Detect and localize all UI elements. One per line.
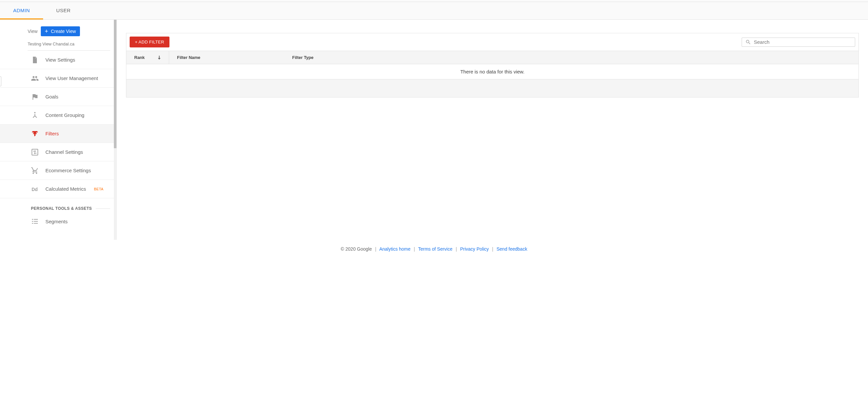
content-area: + ADD FILTER Rank Filter Name Filter Typ… bbox=[117, 20, 868, 240]
footer-sep: | bbox=[413, 246, 415, 252]
sidebar-item-channel-settings[interactable]: Channel Settings bbox=[0, 143, 114, 161]
view-header: View + Create View bbox=[0, 26, 114, 39]
section-divider bbox=[96, 208, 110, 209]
menu-label: View User Management bbox=[45, 76, 98, 81]
swap-icon bbox=[31, 148, 39, 156]
sidebar-item-calculated-metrics[interactable]: Dd Calculated Metrics BETA bbox=[0, 180, 114, 198]
page-footer: © 2020 Google | Analytics home | Terms o… bbox=[0, 240, 868, 258]
funnel-icon bbox=[31, 130, 39, 138]
filters-panel: + ADD FILTER Rank Filter Name Filter Typ… bbox=[126, 33, 859, 97]
cart-icon bbox=[31, 167, 39, 175]
tab-admin[interactable]: ADMIN bbox=[0, 2, 43, 20]
view-label: View bbox=[28, 29, 37, 34]
scrollbar-thumb[interactable] bbox=[114, 20, 117, 148]
menu-label: Content Grouping bbox=[45, 112, 84, 118]
footer-sep: | bbox=[375, 246, 376, 252]
create-view-label: Create View bbox=[51, 29, 76, 34]
section-header-label: PERSONAL TOOLS & ASSETS bbox=[31, 206, 92, 211]
menu-label: Channel Settings bbox=[45, 149, 83, 155]
sidebar-item-filters[interactable]: Filters bbox=[0, 124, 114, 143]
dd-icon: Dd bbox=[31, 185, 39, 193]
column-filter-type[interactable]: Filter Type bbox=[284, 51, 859, 64]
footer-sep: | bbox=[456, 246, 457, 252]
menu-label: View Settings bbox=[45, 57, 75, 63]
tab-user[interactable]: USER bbox=[43, 2, 84, 20]
footer-link-terms[interactable]: Terms of Service bbox=[418, 246, 453, 252]
panel-toolbar: + ADD FILTER bbox=[126, 33, 859, 51]
create-view-button[interactable]: + Create View bbox=[41, 26, 80, 36]
sidebar-item-ecommerce-settings[interactable]: Ecommerce Settings bbox=[0, 161, 114, 180]
sidebar-item-user-management[interactable]: View User Management bbox=[0, 69, 114, 88]
menu-label: Ecommerce Settings bbox=[45, 168, 91, 173]
flag-icon bbox=[31, 93, 39, 101]
back-button[interactable] bbox=[0, 77, 1, 86]
section-header-personal: PERSONAL TOOLS & ASSETS bbox=[0, 198, 114, 214]
menu-label: Calculated Metrics bbox=[45, 186, 86, 192]
svg-text:Dd: Dd bbox=[32, 187, 38, 192]
footer-copyright: © 2020 Google bbox=[341, 246, 372, 252]
view-name: Testing View Chandal.ca bbox=[0, 39, 114, 50]
menu-label: Segments bbox=[45, 219, 68, 224]
sort-down-icon bbox=[158, 56, 161, 60]
add-filter-button[interactable]: + ADD FILTER bbox=[130, 36, 169, 48]
footer-sep: | bbox=[492, 246, 493, 252]
footer-link-privacy[interactable]: Privacy Policy bbox=[460, 246, 489, 252]
person-merge-icon bbox=[31, 111, 39, 119]
table-footer bbox=[126, 79, 859, 97]
sidebar-item-segments[interactable]: Segments bbox=[0, 214, 114, 229]
table-header: Rank Filter Name Filter Type bbox=[126, 51, 859, 64]
search-input[interactable] bbox=[754, 39, 851, 45]
sidebar-container: View + Create View Testing View Chandal.… bbox=[0, 20, 117, 240]
menu-label: Filters bbox=[45, 131, 59, 136]
sidebar-item-view-settings[interactable]: View Settings bbox=[0, 51, 114, 69]
svg-rect-0 bbox=[32, 149, 38, 155]
footer-link-home[interactable]: Analytics home bbox=[379, 246, 411, 252]
sidebar-item-goals[interactable]: Goals bbox=[0, 88, 114, 106]
menu-label: Goals bbox=[45, 94, 58, 99]
nav-tabs: ADMIN USER bbox=[0, 2, 868, 20]
sidebar: View + Create View Testing View Chandal.… bbox=[0, 20, 114, 229]
beta-badge: BETA bbox=[94, 187, 103, 191]
people-icon bbox=[31, 75, 39, 82]
empty-state-row: There is no data for this view. bbox=[126, 64, 859, 79]
search-icon bbox=[745, 39, 751, 45]
footer-link-feedback[interactable]: Send feedback bbox=[497, 246, 527, 252]
segments-icon bbox=[31, 217, 39, 225]
main-layout: View + Create View Testing View Chandal.… bbox=[0, 20, 868, 240]
column-filter-name[interactable]: Filter Name bbox=[169, 51, 284, 64]
document-icon bbox=[31, 56, 39, 64]
column-rank-label: Rank bbox=[134, 55, 145, 60]
sidebar-item-content-grouping[interactable]: Content Grouping bbox=[0, 106, 114, 124]
plus-icon: + bbox=[45, 28, 49, 34]
search-box[interactable] bbox=[742, 37, 855, 47]
column-rank[interactable]: Rank bbox=[126, 51, 169, 64]
